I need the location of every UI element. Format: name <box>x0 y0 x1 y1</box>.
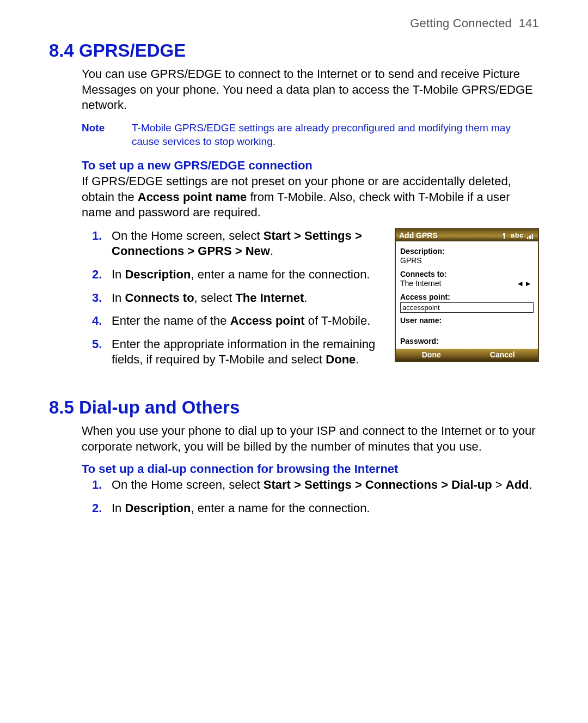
svg-point-0 <box>503 233 505 235</box>
phone-status-icons: abc <box>501 232 535 239</box>
phone-form-body: Description: GPRS Connects to: The Inter… <box>396 241 538 349</box>
d-step2-a: In <box>112 501 125 515</box>
step4-bold: Access point <box>230 314 305 327</box>
connection-icon <box>501 232 507 239</box>
selector-arrows-icon: ◀ ▶ <box>518 280 534 287</box>
step5-bold: Done <box>326 353 356 366</box>
running-header: Getting Connected 141 <box>49 16 539 31</box>
d-step2-b: , enter a name for the connection. <box>191 501 370 515</box>
chapter-title: Getting Connected <box>410 16 512 30</box>
svg-rect-1 <box>504 235 505 239</box>
step3-bold2: The Internet <box>235 291 304 305</box>
step5-b: . <box>356 353 359 366</box>
phone-softkey-bar: Done Cancel <box>396 349 538 361</box>
connects-to-selector[interactable]: The Internet ◀ ▶ <box>400 278 534 289</box>
d-step1-mid: > <box>492 478 506 491</box>
softkey-cancel[interactable]: Cancel <box>467 349 538 361</box>
value-connects-to: The Internet <box>400 278 442 289</box>
step1-b: . <box>270 244 273 258</box>
d-step1-b: . <box>529 478 532 491</box>
phone-screenshot: Add GPRS abc Description: GPRS Connects … <box>395 228 539 362</box>
d-step1-bold: Start > Settings > Connections > Dial-up <box>264 478 492 491</box>
signal-icon <box>527 232 535 239</box>
value-description[interactable]: GPRS <box>400 256 534 266</box>
d-step2-bold: Description <box>125 501 191 515</box>
step2-b: , enter a name for the connection. <box>191 268 370 281</box>
gprs-steps-list: On the Home screen, select Start > Setti… <box>82 228 383 368</box>
value-user-name[interactable] <box>400 325 534 333</box>
section-heading-8-5: 8.5 Dial-up and Others <box>49 397 539 418</box>
subhead-setup-gprs: To set up a new GPRS/EDGE connection <box>49 159 539 173</box>
two-column-row: On the Home screen, select Start > Setti… <box>49 228 539 375</box>
list-item: Enter the name of the Access point of T-… <box>112 313 383 329</box>
label-description: Description: <box>400 247 534 256</box>
dialup-steps-wrap: On the Home screen, select Start > Setti… <box>49 477 539 516</box>
list-item: On the Home screen, select Start > Setti… <box>112 228 383 259</box>
list-item: In Description, enter a name for the con… <box>112 501 539 517</box>
svg-rect-2 <box>527 237 528 239</box>
section-8-5-intro: When you use your phone to dial up to yo… <box>49 423 539 454</box>
svg-rect-3 <box>529 236 530 239</box>
phone-title: Add GPRS <box>399 231 438 240</box>
label-access-point: Access point: <box>400 293 534 301</box>
subhead-setup-dialup: To set up a dial-up connection for brows… <box>49 462 539 476</box>
manual-page: Getting Connected 141 8.4 GPRS/EDGE You … <box>0 0 588 723</box>
section-8-4-para2: If GPRS/EDGE settings are not preset on … <box>49 174 539 221</box>
note-label: Note <box>82 121 132 149</box>
svg-rect-5 <box>532 234 533 239</box>
list-item: In Connects to, select The Internet. <box>112 290 383 306</box>
d-step1-bold2: Add <box>506 478 529 491</box>
dialup-steps-list: On the Home screen, select Start > Setti… <box>82 477 539 516</box>
list-item: Enter the appropriate information in the… <box>112 337 383 368</box>
step4-b: of T-Mobile. <box>305 314 371 327</box>
list-item: In Description, enter a name for the con… <box>112 267 383 283</box>
list-item: On the Home screen, select Start > Setti… <box>112 477 539 493</box>
label-connects-to: Connects to: <box>400 270 534 278</box>
step3-mid: , select <box>194 291 236 305</box>
page-number: 141 <box>519 16 539 30</box>
softkey-done[interactable]: Done <box>396 349 467 361</box>
step3-bold1: Connects to <box>125 291 194 305</box>
para2-bold: Access point name <box>138 190 247 204</box>
steps-column: On the Home screen, select Start > Setti… <box>82 228 383 375</box>
section-heading-8-4: 8.4 GPRS/EDGE <box>49 40 539 61</box>
step2-a: In <box>112 268 125 281</box>
input-access-point[interactable]: accesspoint <box>400 302 534 313</box>
step3-a: In <box>112 291 125 305</box>
step4-a: Enter the name of the <box>112 314 230 327</box>
d-step1-a: On the Home screen, select <box>112 478 264 491</box>
step3-b: . <box>304 291 307 305</box>
phone-titlebar: Add GPRS abc <box>396 229 538 241</box>
input-mode-indicator: abc <box>511 232 524 239</box>
label-password: Password: <box>400 337 534 345</box>
note-text: T-Mobile GPRS/EDGE settings are already … <box>132 121 539 149</box>
section-8-4-intro: You can use GPRS/EDGE to connect to the … <box>49 66 539 113</box>
label-user-name: User name: <box>400 316 534 325</box>
step1-a: On the Home screen, select <box>112 229 264 242</box>
svg-rect-4 <box>530 235 531 239</box>
note-block: Note T-Mobile GPRS/EDGE settings are alr… <box>49 121 539 149</box>
step2-bold: Description <box>125 268 191 281</box>
